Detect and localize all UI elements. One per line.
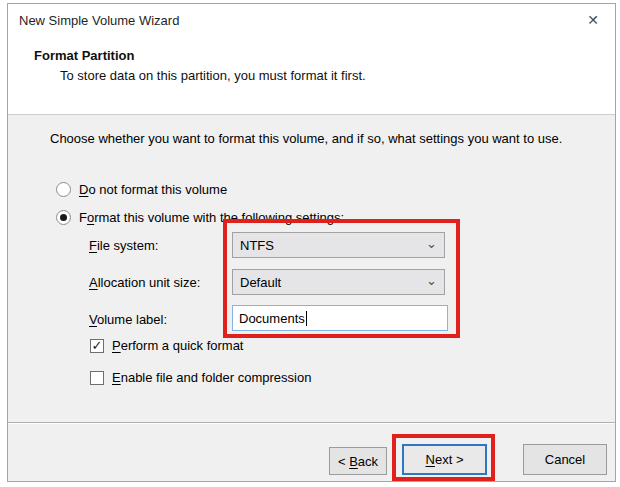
radio-do-not-format[interactable]: Do not format this volume [56,182,227,197]
radio-format-this-volume[interactable]: Format this volume with the following se… [56,210,344,225]
next-button[interactable]: Next > [402,444,487,475]
chevron-down-icon: ⌄ [426,274,437,287]
radio-label: Do not format this volume [79,182,227,197]
content-area: Choose whether you want to format this v… [8,115,615,422]
volume-label-label: Volume label: [89,312,167,327]
text-cursor [306,311,307,326]
volume-label-value: Documents [239,311,305,326]
checkbox-quick-format[interactable]: ✓ Perform a quick format [90,338,244,353]
chevron-down-icon: ⌄ [426,237,437,250]
file-system-value: NTFS [240,238,274,253]
checkbox-checked-icon: ✓ [90,339,104,353]
close-icon: ✕ [587,13,599,27]
page-subtitle: To store data on this partition, you mus… [60,68,366,83]
close-button[interactable]: ✕ [575,6,611,34]
page-title: Format Partition [34,48,134,63]
checkbox-unchecked-icon [90,371,104,385]
instruction-text: Choose whether you want to format this v… [50,131,562,146]
file-system-label: File system: [89,238,158,253]
radio-selected-icon [56,210,71,225]
checkbox-label: Enable file and folder compression [112,370,311,385]
allocation-unit-size-dropdown[interactable]: Default ⌄ [232,269,445,295]
new-simple-volume-wizard-dialog: New Simple Volume Wizard ✕ Format Partit… [7,3,616,482]
radio-label: Format this volume with the following se… [79,210,344,225]
allocation-unit-size-label: Allocation unit size: [89,275,200,290]
cancel-button[interactable]: Cancel [523,444,607,475]
volume-label-input[interactable]: Documents [232,305,448,331]
allocation-unit-size-value: Default [240,275,281,290]
back-button[interactable]: < Back [329,447,387,475]
file-system-dropdown[interactable]: NTFS ⌄ [232,232,445,258]
checkbox-compression[interactable]: Enable file and folder compression [90,370,311,385]
window-title: New Simple Volume Wizard [19,13,179,28]
checkbox-label: Perform a quick format [112,338,244,353]
radio-unselected-icon [56,182,71,197]
footer-button-bar: < Back Next > Cancel [8,424,615,481]
